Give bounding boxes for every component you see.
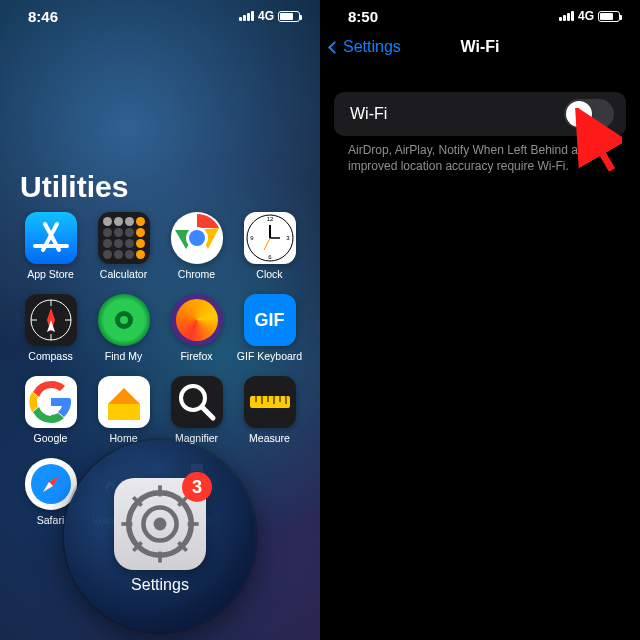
- network-type: 4G: [258, 9, 274, 23]
- app-app-store[interactable]: App Store: [14, 212, 87, 280]
- svg-text:12: 12: [266, 216, 273, 222]
- status-bar: 8:46 4G: [0, 4, 320, 28]
- status-right: 4G: [559, 9, 620, 23]
- app-label: Clock: [256, 268, 282, 280]
- signal-icon: [559, 11, 574, 21]
- battery-icon: [278, 11, 300, 22]
- battery-icon: [598, 11, 620, 22]
- app-compass[interactable]: Compass: [14, 294, 87, 362]
- app-measure[interactable]: Measure: [233, 376, 306, 444]
- status-time: 8:46: [28, 8, 58, 25]
- app-clock[interactable]: 12369Clock: [233, 212, 306, 280]
- wifi-toggle-label: Wi-Fi: [350, 105, 387, 123]
- compass-icon: [25, 294, 77, 346]
- wifi-toggle[interactable]: [564, 99, 614, 129]
- app-chrome[interactable]: Chrome: [160, 212, 233, 280]
- app-google[interactable]: Google: [14, 376, 87, 444]
- app-gif-keyboard[interactable]: GIFGIF Keyboard: [233, 294, 306, 362]
- app-label: Firefox: [180, 350, 212, 362]
- app-magnifier[interactable]: Magnifier: [160, 376, 233, 444]
- app-label: Chrome: [178, 268, 215, 280]
- notification-badge: 3: [182, 472, 212, 502]
- wifi-toggle-row[interactable]: Wi-Fi: [334, 92, 626, 136]
- findmy-icon: [98, 294, 150, 346]
- app-label: App Store: [27, 268, 74, 280]
- firefox-icon: [171, 294, 223, 346]
- safari-icon: [25, 458, 77, 510]
- home-screen: 8:46 4G Utilities App StoreCalculatorChr…: [0, 0, 320, 640]
- svg-line-21: [202, 407, 213, 418]
- svg-point-5: [189, 230, 205, 246]
- status-bar: 8:50 4G: [320, 4, 640, 28]
- wifi-settings-screen: 8:50 4G Settings Wi-Fi Wi-Fi AirDrop, Ai…: [320, 0, 640, 640]
- app-firefox[interactable]: Firefox: [160, 294, 233, 362]
- toggle-knob: [566, 101, 592, 127]
- app-label: Find My: [105, 350, 142, 362]
- svg-rect-19: [108, 404, 140, 420]
- folder-title: Utilities: [20, 170, 128, 204]
- magnifier-icon: [171, 376, 223, 428]
- settings-app-label: Settings: [131, 576, 189, 594]
- home-icon: [98, 376, 150, 428]
- app-find-my[interactable]: Find My: [87, 294, 160, 362]
- app-calculator[interactable]: Calculator: [87, 212, 160, 280]
- settings-zoom-callout: 3 Settings: [64, 440, 256, 632]
- app-label: GIF Keyboard: [237, 350, 302, 362]
- google-icon: [25, 376, 77, 428]
- status-time: 8:50: [348, 8, 378, 25]
- app-label: Safari: [37, 514, 64, 526]
- calc-icon: [98, 212, 150, 264]
- clock-icon: 12369: [244, 212, 296, 264]
- measure-icon: [244, 376, 296, 428]
- app-label: Compass: [28, 350, 72, 362]
- app-home[interactable]: Home: [87, 376, 160, 444]
- back-button[interactable]: Settings: [330, 38, 401, 56]
- chrome-icon: [171, 212, 223, 264]
- settings-app-icon[interactable]: 3: [114, 478, 206, 570]
- network-type: 4G: [578, 9, 594, 23]
- page-title: Wi-Fi: [461, 38, 500, 56]
- app-label: Home: [109, 432, 137, 444]
- signal-icon: [239, 11, 254, 21]
- gif-icon: GIF: [244, 294, 296, 346]
- app-label: Measure: [249, 432, 290, 444]
- status-right: 4G: [239, 9, 300, 23]
- app-label: Google: [34, 432, 68, 444]
- app-label: Calculator: [100, 268, 147, 280]
- svg-point-45: [154, 518, 167, 531]
- wifi-footer-text: AirDrop, AirPlay, Notify When Left Behin…: [348, 142, 622, 174]
- appstore-icon: [25, 212, 77, 264]
- chevron-left-icon: [328, 41, 341, 54]
- nav-bar: Settings Wi-Fi: [320, 32, 640, 62]
- back-label: Settings: [343, 38, 401, 56]
